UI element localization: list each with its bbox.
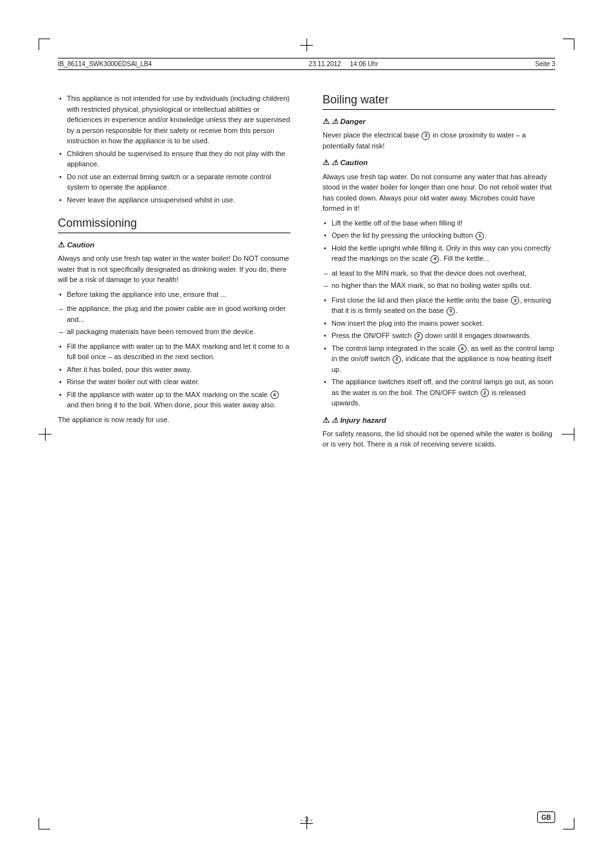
meta-date-time: 23.11.2012 14:06 Uhr <box>309 60 378 67</box>
list-item: Fill the appliance with water up to the … <box>58 389 290 411</box>
list-item: Open the lid by pressing the unlocking b… <box>323 230 555 241</box>
circled-3c: 3 <box>447 307 455 315</box>
list-item: Press the ON/OFF switch 2 down until it … <box>323 330 555 341</box>
circled-1a: 1 <box>475 232 484 240</box>
left-column: This appliance is not intended for use b… <box>58 93 297 804</box>
list-item: all packaging materials have been remove… <box>58 326 290 337</box>
list-item: Hold the kettle upright while filling it… <box>323 243 555 264</box>
circled-4c: 4 <box>458 344 466 353</box>
danger-heading: ⚠ Danger <box>323 116 555 127</box>
list-item: the appliance, the plug and the power ca… <box>58 303 290 324</box>
circled-2c: 2 <box>481 389 489 397</box>
commissioning-dash-list: the appliance, the plug and the power ca… <box>58 303 290 337</box>
commissioning-heading: Commissioning <box>58 217 290 233</box>
boiling-water-heading: Boiling water <box>323 93 555 110</box>
page: IB_86114_SWK3000EDSAl_LB4 23.11.2012 14:… <box>0 0 613 868</box>
circled-4b: 4 <box>431 255 439 263</box>
footer: - 3 - GB <box>58 815 555 823</box>
list-item: Rinse the water boiler out with clear wa… <box>58 376 290 387</box>
boiling-bullets: Lift the kettle off of the base when fil… <box>323 218 555 264</box>
header-meta: IB_86114_SWK3000EDSAl_LB4 23.11.2012 14:… <box>58 58 555 70</box>
boiling-bullets-2: First close the lid and then place the k… <box>323 295 555 409</box>
commissioning-bullets-2: Fill the appliance with water up to the … <box>58 341 290 411</box>
list-item: Do not use an external timing switch or … <box>58 172 290 193</box>
list-item: The control lamp integrated in the scale… <box>323 343 555 375</box>
list-item: Lift the kettle off of the base when fil… <box>323 218 555 229</box>
list-item: Children should be supervised to ensure … <box>58 148 290 170</box>
list-item: Never leave the appliance unsupervised w… <box>58 195 290 206</box>
boiling-dash-list: at least to the MIN mark, so that the de… <box>323 268 555 291</box>
list-item: This appliance is not intended for use b… <box>58 93 290 146</box>
danger-text: Never place the electrical base 3 in clo… <box>323 130 555 151</box>
content-area: This appliance is not intended for use b… <box>58 93 555 804</box>
list-item: Fill the appliance with water up to the … <box>58 341 290 362</box>
cross-top-center <box>300 39 313 51</box>
circled-4: 4 <box>271 391 279 399</box>
list-item: no higher than the MAX mark, so that no … <box>323 280 555 291</box>
country-badge: GB <box>537 811 555 823</box>
list-item: Now insert the plug into the mains power… <box>323 318 555 329</box>
commissioning-caution-text: Always and only use fresh tap water in t… <box>58 253 290 285</box>
circled-2a: 2 <box>414 332 423 341</box>
list-item: at least to the MIN mark, so that the de… <box>323 268 555 279</box>
injury-text: For safety reasons, the lid should not b… <box>323 429 555 450</box>
list-item: After it has boiled, pour this water awa… <box>58 364 290 375</box>
intro-bullet-list: This appliance is not intended for use b… <box>58 93 290 205</box>
corner-mark-tr <box>563 39 574 50</box>
ready-text: The appliance is now ready for use. <box>58 414 290 425</box>
list-item: The appliance switches itself off, and t… <box>323 376 555 409</box>
right-column: Boiling water ⚠ Danger Never place the e… <box>316 93 555 804</box>
commissioning-bullets: Before taking the appliance into use, en… <box>58 289 290 300</box>
list-item: First close the lid and then place the k… <box>323 295 555 316</box>
boiling-caution-heading: ⚠ Caution <box>323 157 555 168</box>
corner-mark-br <box>563 818 574 829</box>
commissioning-caution-heading: Caution <box>58 240 290 251</box>
circled-3b: 3 <box>511 296 519 305</box>
circled-2b: 2 <box>393 355 401 364</box>
list-item: Before taking the appliance into use, en… <box>58 289 290 300</box>
injury-heading: ⚠ Injury hazard <box>323 415 555 426</box>
meta-file: IB_86114_SWK3000EDSAl_LB4 <box>58 60 152 67</box>
corner-mark-tl <box>39 39 50 50</box>
circled-3a: 3 <box>422 132 430 140</box>
corner-mark-bl <box>39 818 50 829</box>
boiling-caution-text: Always use fresh tap water. Do not consu… <box>323 172 555 214</box>
page-number: - 3 - <box>300 815 313 823</box>
meta-seite: Seite 3 <box>535 60 555 67</box>
